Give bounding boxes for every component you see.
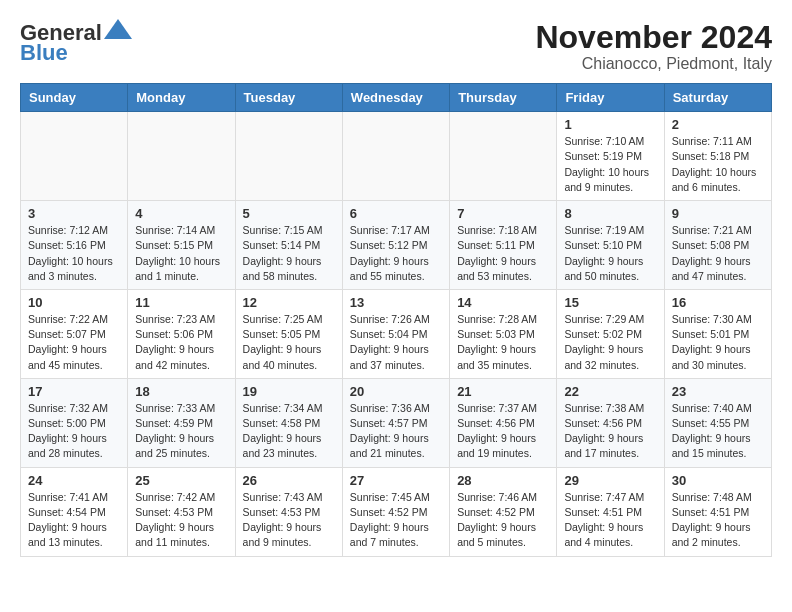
logo-icon [104, 19, 132, 39]
day-info: Sunrise: 7:18 AM Sunset: 5:11 PM Dayligh… [457, 223, 549, 284]
calendar-cell: 10Sunrise: 7:22 AM Sunset: 5:07 PM Dayli… [21, 289, 128, 378]
day-info: Sunrise: 7:46 AM Sunset: 4:52 PM Dayligh… [457, 490, 549, 551]
day-info: Sunrise: 7:32 AM Sunset: 5:00 PM Dayligh… [28, 401, 120, 462]
day-info: Sunrise: 7:29 AM Sunset: 5:02 PM Dayligh… [564, 312, 656, 373]
day-number: 24 [28, 473, 120, 488]
day-number: 25 [135, 473, 227, 488]
day-info: Sunrise: 7:15 AM Sunset: 5:14 PM Dayligh… [243, 223, 335, 284]
day-info: Sunrise: 7:41 AM Sunset: 4:54 PM Dayligh… [28, 490, 120, 551]
day-info: Sunrise: 7:47 AM Sunset: 4:51 PM Dayligh… [564, 490, 656, 551]
day-info: Sunrise: 7:12 AM Sunset: 5:16 PM Dayligh… [28, 223, 120, 284]
day-info: Sunrise: 7:30 AM Sunset: 5:01 PM Dayligh… [672, 312, 764, 373]
day-info: Sunrise: 7:38 AM Sunset: 4:56 PM Dayligh… [564, 401, 656, 462]
calendar-cell: 21Sunrise: 7:37 AM Sunset: 4:56 PM Dayli… [450, 378, 557, 467]
day-number: 11 [135, 295, 227, 310]
calendar-cell [342, 112, 449, 201]
calendar-cell: 26Sunrise: 7:43 AM Sunset: 4:53 PM Dayli… [235, 467, 342, 556]
calendar-cell: 30Sunrise: 7:48 AM Sunset: 4:51 PM Dayli… [664, 467, 771, 556]
calendar-cell: 2Sunrise: 7:11 AM Sunset: 5:18 PM Daylig… [664, 112, 771, 201]
day-info: Sunrise: 7:17 AM Sunset: 5:12 PM Dayligh… [350, 223, 442, 284]
day-number: 26 [243, 473, 335, 488]
weekday-header: Wednesday [342, 84, 449, 112]
day-number: 30 [672, 473, 764, 488]
day-info: Sunrise: 7:21 AM Sunset: 5:08 PM Dayligh… [672, 223, 764, 284]
day-number: 22 [564, 384, 656, 399]
calendar-week-row: 1Sunrise: 7:10 AM Sunset: 5:19 PM Daylig… [21, 112, 772, 201]
calendar-cell [21, 112, 128, 201]
day-info: Sunrise: 7:19 AM Sunset: 5:10 PM Dayligh… [564, 223, 656, 284]
title-block: November 2024 Chianocco, Piedmont, Italy [535, 20, 772, 73]
calendar-cell: 17Sunrise: 7:32 AM Sunset: 5:00 PM Dayli… [21, 378, 128, 467]
weekday-header: Tuesday [235, 84, 342, 112]
calendar-cell [235, 112, 342, 201]
day-info: Sunrise: 7:22 AM Sunset: 5:07 PM Dayligh… [28, 312, 120, 373]
day-number: 15 [564, 295, 656, 310]
weekday-header: Monday [128, 84, 235, 112]
calendar-cell: 11Sunrise: 7:23 AM Sunset: 5:06 PM Dayli… [128, 289, 235, 378]
day-info: Sunrise: 7:25 AM Sunset: 5:05 PM Dayligh… [243, 312, 335, 373]
calendar-week-row: 3Sunrise: 7:12 AM Sunset: 5:16 PM Daylig… [21, 201, 772, 290]
svg-marker-0 [104, 19, 132, 39]
day-number: 10 [28, 295, 120, 310]
day-info: Sunrise: 7:40 AM Sunset: 4:55 PM Dayligh… [672, 401, 764, 462]
day-number: 21 [457, 384, 549, 399]
day-info: Sunrise: 7:10 AM Sunset: 5:19 PM Dayligh… [564, 134, 656, 195]
day-number: 8 [564, 206, 656, 221]
calendar-cell: 8Sunrise: 7:19 AM Sunset: 5:10 PM Daylig… [557, 201, 664, 290]
day-info: Sunrise: 7:23 AM Sunset: 5:06 PM Dayligh… [135, 312, 227, 373]
weekday-header: Saturday [664, 84, 771, 112]
day-info: Sunrise: 7:34 AM Sunset: 4:58 PM Dayligh… [243, 401, 335, 462]
calendar-cell: 7Sunrise: 7:18 AM Sunset: 5:11 PM Daylig… [450, 201, 557, 290]
day-info: Sunrise: 7:14 AM Sunset: 5:15 PM Dayligh… [135, 223, 227, 284]
weekday-header-row: SundayMondayTuesdayWednesdayThursdayFrid… [21, 84, 772, 112]
calendar-cell: 14Sunrise: 7:28 AM Sunset: 5:03 PM Dayli… [450, 289, 557, 378]
day-info: Sunrise: 7:37 AM Sunset: 4:56 PM Dayligh… [457, 401, 549, 462]
calendar-cell: 27Sunrise: 7:45 AM Sunset: 4:52 PM Dayli… [342, 467, 449, 556]
day-number: 1 [564, 117, 656, 132]
weekday-header: Sunday [21, 84, 128, 112]
day-info: Sunrise: 7:33 AM Sunset: 4:59 PM Dayligh… [135, 401, 227, 462]
calendar-cell: 12Sunrise: 7:25 AM Sunset: 5:05 PM Dayli… [235, 289, 342, 378]
day-number: 14 [457, 295, 549, 310]
day-number: 7 [457, 206, 549, 221]
calendar-cell: 20Sunrise: 7:36 AM Sunset: 4:57 PM Dayli… [342, 378, 449, 467]
calendar-week-row: 24Sunrise: 7:41 AM Sunset: 4:54 PM Dayli… [21, 467, 772, 556]
day-number: 19 [243, 384, 335, 399]
day-number: 9 [672, 206, 764, 221]
calendar-cell: 24Sunrise: 7:41 AM Sunset: 4:54 PM Dayli… [21, 467, 128, 556]
calendar-cell: 9Sunrise: 7:21 AM Sunset: 5:08 PM Daylig… [664, 201, 771, 290]
calendar-cell: 19Sunrise: 7:34 AM Sunset: 4:58 PM Dayli… [235, 378, 342, 467]
day-number: 20 [350, 384, 442, 399]
day-info: Sunrise: 7:36 AM Sunset: 4:57 PM Dayligh… [350, 401, 442, 462]
day-number: 3 [28, 206, 120, 221]
day-number: 27 [350, 473, 442, 488]
day-info: Sunrise: 7:28 AM Sunset: 5:03 PM Dayligh… [457, 312, 549, 373]
calendar-cell: 15Sunrise: 7:29 AM Sunset: 5:02 PM Dayli… [557, 289, 664, 378]
calendar-cell: 25Sunrise: 7:42 AM Sunset: 4:53 PM Dayli… [128, 467, 235, 556]
calendar-cell: 29Sunrise: 7:47 AM Sunset: 4:51 PM Dayli… [557, 467, 664, 556]
page-subtitle: Chianocco, Piedmont, Italy [535, 55, 772, 73]
day-number: 28 [457, 473, 549, 488]
day-info: Sunrise: 7:43 AM Sunset: 4:53 PM Dayligh… [243, 490, 335, 551]
weekday-header: Friday [557, 84, 664, 112]
day-info: Sunrise: 7:45 AM Sunset: 4:52 PM Dayligh… [350, 490, 442, 551]
page-header: General Blue November 2024 Chianocco, Pi… [20, 20, 772, 73]
calendar-cell: 16Sunrise: 7:30 AM Sunset: 5:01 PM Dayli… [664, 289, 771, 378]
day-number: 5 [243, 206, 335, 221]
calendar-cell [450, 112, 557, 201]
calendar-cell: 6Sunrise: 7:17 AM Sunset: 5:12 PM Daylig… [342, 201, 449, 290]
calendar-cell: 4Sunrise: 7:14 AM Sunset: 5:15 PM Daylig… [128, 201, 235, 290]
day-info: Sunrise: 7:11 AM Sunset: 5:18 PM Dayligh… [672, 134, 764, 195]
calendar-cell: 28Sunrise: 7:46 AM Sunset: 4:52 PM Dayli… [450, 467, 557, 556]
calendar-cell: 3Sunrise: 7:12 AM Sunset: 5:16 PM Daylig… [21, 201, 128, 290]
calendar-cell [128, 112, 235, 201]
calendar-table: SundayMondayTuesdayWednesdayThursdayFrid… [20, 83, 772, 556]
day-number: 2 [672, 117, 764, 132]
day-number: 6 [350, 206, 442, 221]
calendar-cell: 18Sunrise: 7:33 AM Sunset: 4:59 PM Dayli… [128, 378, 235, 467]
day-number: 17 [28, 384, 120, 399]
calendar-week-row: 10Sunrise: 7:22 AM Sunset: 5:07 PM Dayli… [21, 289, 772, 378]
calendar-cell: 1Sunrise: 7:10 AM Sunset: 5:19 PM Daylig… [557, 112, 664, 201]
calendar-week-row: 17Sunrise: 7:32 AM Sunset: 5:00 PM Dayli… [21, 378, 772, 467]
calendar-cell: 22Sunrise: 7:38 AM Sunset: 4:56 PM Dayli… [557, 378, 664, 467]
